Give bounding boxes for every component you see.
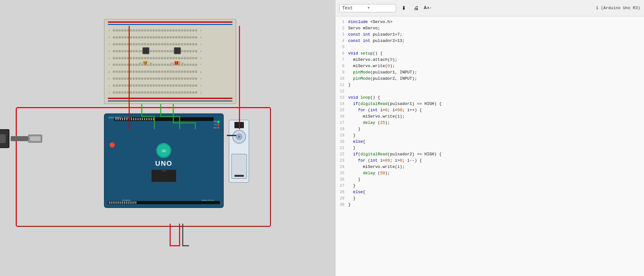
line-number-30: 30 [336, 202, 348, 208]
code-line-22: 22 if(digitalRead(pulsador2) == HIGH) { [336, 151, 644, 158]
line-number-12: 12 [336, 88, 348, 95]
arduino-board: DIGITAL (PWM~) AREF GND ∞ UNO ARDUINO PO… [104, 113, 224, 208]
line-content-20: else{ [348, 139, 365, 145]
line-content-15: for (int i=0; i<90; i++) { [348, 107, 422, 113]
code-line-26: 26 } [336, 176, 644, 183]
code-line-14: 14 if(digitalRead(pulsador1) == HIGH) { [336, 101, 644, 107]
bb-row-2: b b [108, 34, 232, 41]
usb-plug-large [0, 129, 9, 148]
servo-wheel-center [236, 134, 242, 140]
code-line-25: 25 delay (50); [336, 170, 644, 176]
line-number-28: 28 [336, 189, 348, 195]
code-toolbar: Text ▼ ⬇ 🖨 A A ▾ 1 (Arduino Uno R3) [336, 0, 644, 16]
line-number-24: 24 [336, 164, 348, 170]
line-number-1: 1 [336, 19, 348, 25]
line-content-17: delay (25); [348, 120, 390, 126]
line-content-27: } [348, 183, 355, 189]
font-type-dropdown[interactable]: Text ▼ [339, 4, 396, 12]
code-line-1: 1 #include <Servo.h> [336, 19, 644, 25]
code-line-12: 12 [336, 88, 644, 95]
bb-row-4: d d [108, 48, 232, 55]
print-button[interactable]: 🖨 [411, 3, 421, 13]
reset-button [109, 142, 115, 148]
code-line-7: 7 miServo.attach(9); [336, 57, 644, 63]
line-number-9: 9 [336, 69, 348, 76]
usb-plug-inner [0, 134, 6, 143]
line-content-13: void loop() { [348, 95, 380, 101]
arduino-logo: ∞ UNO ARDUINO [152, 143, 176, 173]
line-number-25: 25 [336, 170, 348, 176]
code-line-24: 24 miServo.write(i); [336, 164, 644, 170]
led-tx [217, 124, 219, 126]
line-number-21: 21 [336, 145, 348, 151]
bb-row-3: c c [108, 41, 232, 48]
line-number-20: 20 [336, 139, 348, 145]
rx-label: RX [214, 127, 217, 129]
bb-row-9: i i [108, 82, 232, 89]
circuit-diagram: a a b b [19, 13, 271, 265]
chevron-down-icon: ▼ [368, 6, 393, 10]
power-rail-bottom-negative [108, 101, 233, 101]
usb-type-a-inner [30, 136, 40, 141]
line-number-13: 13 [336, 95, 348, 101]
code-line-16: 16 miServo.write(i); [336, 113, 644, 120]
code-line-6: 6 void setup() { [336, 50, 644, 57]
servo-body [229, 120, 249, 183]
servo-mount-hole [234, 175, 244, 177]
line-number-19: 19 [336, 132, 348, 139]
code-line-10: 10 pinMode(pulsador2, INPUT); [336, 76, 644, 82]
font-size-label: A [424, 5, 427, 11]
line-content-30: } [348, 202, 351, 208]
line-number-7: 7 [336, 57, 348, 63]
led-rx [217, 127, 219, 129]
code-line-21: 21 } [336, 145, 644, 151]
arduino-logo-circle: ∞ [156, 143, 171, 158]
line-number-15: 15 [336, 107, 348, 113]
code-line-15: 15 for (int i=0; i<90; i++) { [336, 107, 644, 113]
code-editor[interactable]: 1 #include <Servo.h> 2 Servo mServo; 3 c… [336, 16, 644, 276]
code-line-9: 9 pinMode(pulsador1, INPUT); [336, 69, 644, 76]
line-content-1: #include <Servo.h> [348, 19, 392, 25]
code-line-23: 23 for (int i=89; i>0; i--) { [336, 158, 644, 164]
servo-wheel-hub [238, 135, 240, 138]
print-icon: 🖨 [414, 5, 419, 11]
code-line-11: 11 } [336, 82, 644, 88]
bb-row-6: f f [108, 61, 232, 68]
line-number-6: 6 [336, 50, 348, 57]
code-line-20: 20 else{ [336, 139, 644, 145]
line-content-23: for (int i=89; i>0; i--) { [348, 158, 422, 164]
power-rail-top-positive [108, 21, 233, 23]
line-content-29: } [348, 195, 355, 202]
bb-row-8: h h [108, 75, 232, 82]
line-content-28: else{ [348, 189, 365, 195]
power-rail-top-negative [108, 24, 233, 25]
on-label: ON [214, 120, 217, 123]
code-line-19: 19 } [336, 132, 644, 139]
usb-type-a [28, 135, 42, 143]
line-content-21: } [348, 145, 355, 151]
line-content-26: } [348, 176, 360, 183]
download-button[interactable]: ⬇ [399, 3, 409, 13]
line-content-24: miServo.write(i); [348, 164, 405, 170]
line-content-2: Servo mServo; [348, 25, 380, 32]
board-label: 1 (Arduino Uno R3) [596, 6, 640, 10]
font-size-control[interactable]: A A ▾ [424, 5, 431, 11]
line-content-25: delay (50); [348, 170, 390, 176]
servo-motor [229, 120, 249, 183]
line-content-7: miServo.attach(9); [348, 57, 397, 63]
line-number-17: 17 [336, 120, 348, 126]
ic-chip [151, 170, 176, 182]
code-panel: Text ▼ ⬇ 🖨 A A ▾ 1 (Arduino Uno R3) 1 #i… [335, 0, 644, 276]
line-content-3: const int pulsador1=7; [348, 32, 402, 38]
line-content-19: } [348, 132, 355, 139]
code-line-4: 4 const int pulsador2=13; [336, 38, 644, 44]
font-type-label: Text [342, 6, 368, 11]
line-content-12 [348, 88, 351, 95]
breadboard: a a b b [104, 19, 236, 104]
line-number-10: 10 [336, 76, 348, 82]
arduino-uno-text: UNO [155, 159, 173, 168]
code-line-28: 28 else{ [336, 189, 644, 195]
code-line-30: 30 } [336, 202, 644, 208]
power-rail-bottom-positive [108, 98, 233, 99]
servo-body-lower [231, 154, 247, 179]
